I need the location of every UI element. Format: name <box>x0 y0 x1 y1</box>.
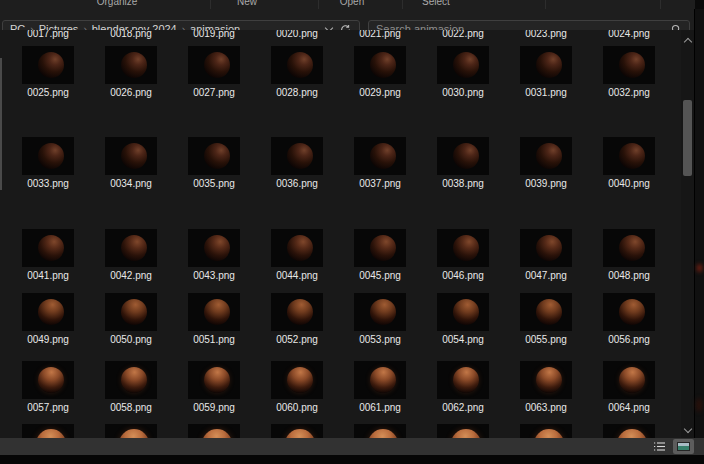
planet-render <box>453 367 479 393</box>
file-name-label: 0055.png <box>511 334 581 345</box>
file-thumbnail[interactable] <box>105 293 157 331</box>
file-thumbnail[interactable] <box>354 137 406 175</box>
file-name-label: 0048.png <box>594 270 664 281</box>
planet-render <box>453 235 479 261</box>
file-thumbnail[interactable] <box>520 229 572 267</box>
nav-pane-scrollbar-sliver[interactable] <box>0 58 2 190</box>
file-name-label: 0046.png <box>428 270 498 281</box>
file-name-label: 0050.png <box>96 334 166 345</box>
file-thumbnail[interactable] <box>437 137 489 175</box>
command-open[interactable]: Open <box>340 0 364 7</box>
command-organize[interactable]: Organize <box>97 0 138 7</box>
window-corner <box>695 0 704 9</box>
file-thumbnail[interactable] <box>271 46 323 84</box>
file-thumbnail[interactable] <box>271 293 323 331</box>
file-thumbnail[interactable] <box>354 293 406 331</box>
status-bar <box>0 438 704 455</box>
file-thumbnail[interactable] <box>22 229 74 267</box>
file-name-label: 0017.png <box>13 30 83 39</box>
details-view-button[interactable] <box>651 440 668 454</box>
file-name-label: 0042.png <box>96 270 166 281</box>
planet-render <box>536 235 562 261</box>
planet-render <box>38 367 64 393</box>
planet-render <box>38 52 64 78</box>
file-thumbnail[interactable] <box>188 361 240 399</box>
planet-render <box>287 367 313 393</box>
file-name-label: 0044.png <box>262 270 332 281</box>
vertical-scrollbar[interactable] <box>681 30 694 438</box>
planet-render <box>619 235 645 261</box>
file-thumbnail[interactable] <box>520 361 572 399</box>
file-thumbnail[interactable] <box>520 293 572 331</box>
file-name-label: 0061.png <box>345 402 415 413</box>
file-thumbnail[interactable] <box>603 293 655 331</box>
command-select[interactable]: Select <box>422 0 450 7</box>
file-thumbnail[interactable] <box>603 46 655 84</box>
file-thumbnail[interactable] <box>603 361 655 399</box>
file-name-label: 0051.png <box>179 334 249 345</box>
file-thumbnail[interactable] <box>271 361 323 399</box>
planet-render <box>121 367 147 393</box>
planet-render <box>285 429 315 438</box>
file-thumbnail[interactable] <box>354 46 406 84</box>
file-thumbnail[interactable] <box>437 424 489 438</box>
file-thumbnail[interactable] <box>188 46 240 84</box>
file-thumbnail[interactable] <box>354 229 406 267</box>
file-thumbnail[interactable] <box>271 137 323 175</box>
file-thumbnail[interactable] <box>354 361 406 399</box>
file-thumbnail[interactable] <box>22 46 74 84</box>
background-app-strip <box>694 9 704 438</box>
planet-render <box>534 429 564 438</box>
file-thumbnail[interactable] <box>188 293 240 331</box>
file-thumbnail[interactable] <box>22 137 74 175</box>
planet-render <box>204 143 230 169</box>
scrollbar-thumb[interactable] <box>683 100 692 176</box>
file-thumbnail[interactable] <box>22 293 74 331</box>
ribbon-separator <box>660 0 661 9</box>
ribbon-separator <box>318 0 319 9</box>
planet-render <box>453 143 479 169</box>
file-name-label: 0062.png <box>428 402 498 413</box>
file-thumbnail[interactable] <box>437 361 489 399</box>
file-thumbnail[interactable] <box>188 137 240 175</box>
planet-render <box>287 52 313 78</box>
file-thumbnail[interactable] <box>354 424 406 438</box>
file-thumbnail[interactable] <box>603 229 655 267</box>
command-new[interactable]: New <box>237 0 257 7</box>
planet-render <box>617 429 647 438</box>
file-thumbnail[interactable] <box>105 46 157 84</box>
thumbnail-view-button[interactable] <box>673 439 694 454</box>
file-thumbnail[interactable] <box>603 137 655 175</box>
planet-render <box>204 52 230 78</box>
file-thumbnail[interactable] <box>437 46 489 84</box>
file-thumbnail[interactable] <box>437 293 489 331</box>
file-thumbnail[interactable] <box>105 361 157 399</box>
file-name-label: 0043.png <box>179 270 249 281</box>
file-thumbnail[interactable] <box>520 46 572 84</box>
planet-render <box>370 367 396 393</box>
file-thumbnail[interactable] <box>520 137 572 175</box>
file-name-label: 0024.png <box>594 30 664 39</box>
planet-render <box>36 429 66 438</box>
file-thumbnail[interactable] <box>188 229 240 267</box>
file-thumbnail[interactable] <box>105 424 157 438</box>
file-thumbnail[interactable] <box>271 424 323 438</box>
file-thumbnail[interactable] <box>22 361 74 399</box>
planet-render <box>368 429 398 438</box>
file-thumbnail[interactable] <box>105 229 157 267</box>
planet-render <box>287 235 313 261</box>
file-name-label: 0034.png <box>96 178 166 189</box>
file-thumbnail[interactable] <box>271 229 323 267</box>
file-thumbnail[interactable] <box>603 424 655 438</box>
file-thumbnail[interactable] <box>437 229 489 267</box>
file-thumbnail[interactable] <box>22 424 74 438</box>
file-thumbnail[interactable] <box>105 137 157 175</box>
file-name-label: 0019.png <box>179 30 249 39</box>
file-name-label: 0030.png <box>428 87 498 98</box>
file-thumbnail[interactable] <box>520 424 572 438</box>
file-name-label: 0033.png <box>13 178 83 189</box>
command-bar: Organize New Open Select <box>0 0 704 9</box>
file-name-label: 0022.png <box>428 30 498 39</box>
file-thumbnail[interactable] <box>188 424 240 438</box>
file-name-label: 0052.png <box>262 334 332 345</box>
